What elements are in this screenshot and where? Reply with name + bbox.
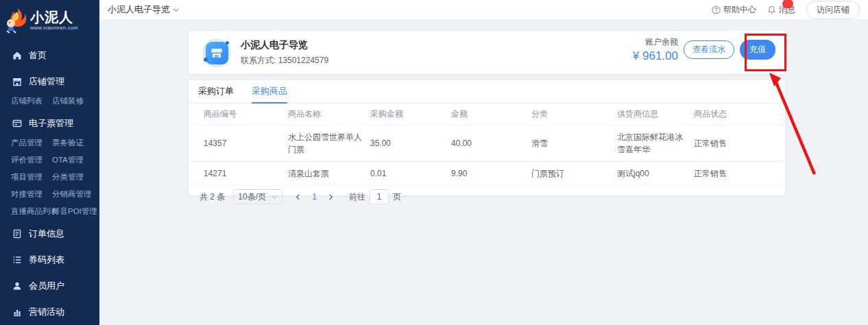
- mascot-icon: [4, 7, 27, 34]
- sidebar-item-label: 券码列表: [29, 254, 64, 266]
- sidebar-subitem-project-management[interactable]: 项目管理: [11, 172, 51, 182]
- prev-page-button[interactable]: [291, 194, 305, 200]
- sidebar-subitem-product-management[interactable]: 产品管理: [11, 138, 51, 148]
- page-suffix: 页: [393, 191, 401, 203]
- sidebar-subitem-live-product-list[interactable]: 直播商品列表: [11, 206, 51, 217]
- purchase-card: 采购订单采购商品 商品编号商品名称采购金额金额分类供货商信息商品状态 14357…: [189, 80, 785, 195]
- table-header-cell: 分类: [531, 108, 617, 120]
- tab-purchase-goods[interactable]: 采购商品: [252, 80, 287, 104]
- table-header-cell: 商品名称: [288, 108, 370, 120]
- chevron-left-icon: [295, 194, 301, 200]
- chevron-down-icon: [272, 194, 278, 200]
- page-size-select[interactable]: 10条/页: [233, 189, 282, 204]
- purchase-tabs: 采购订单采购商品: [189, 80, 785, 104]
- sidebar-submenu-eticket-management: 产品管理票务验证评价管理OTA管理项目管理分类管理对接管理分销商管理直播商品列表…: [0, 134, 99, 218]
- sidebar-subitem-store-decoration[interactable]: 店铺装修: [52, 96, 98, 106]
- table-cell: 清泉山套票: [288, 162, 370, 185]
- table-row: 14271清泉山套票0.019.90门票预订测试jq00正常销售: [189, 162, 785, 186]
- sidebar-item-label: 首页: [29, 49, 47, 62]
- notification-badge: [782, 0, 793, 8]
- users-icon: [12, 281, 22, 291]
- table-cell: 北京国际鲜花港冰雪嘉年华: [617, 125, 694, 161]
- order-icon: [12, 229, 22, 239]
- table-cell: 9.90: [451, 162, 531, 185]
- table-cell: 35.00: [370, 132, 451, 155]
- logo-title: 小泥人: [30, 10, 78, 25]
- table-cell: 40.00: [451, 132, 531, 155]
- pagination: 共 2 条 10条/页 1 前往 页: [189, 186, 785, 208]
- sidebar-menu: 首页店铺管理店铺列表店铺装修电子票管理产品管理票务验证评价管理OTA管理项目管理…: [0, 45, 99, 325]
- sidebar-submenu-shop-management: 店铺列表店铺装修: [0, 92, 99, 108]
- sidebar-subitem-category-management[interactable]: 分类管理: [52, 172, 98, 182]
- next-page-button[interactable]: [324, 194, 338, 200]
- sidebar-subitem-review-management[interactable]: 评价管理: [11, 155, 51, 165]
- table-cell: 正常销售: [694, 162, 770, 185]
- help-center-link[interactable]: 帮助中心: [712, 4, 756, 16]
- page-number[interactable]: 1: [309, 192, 320, 202]
- table-cell: 测试jq00: [617, 162, 694, 185]
- table-cell: 0.01: [370, 162, 451, 185]
- pagination-total: 共 2 条: [200, 191, 225, 203]
- ticket-icon: [12, 119, 22, 128]
- sidebar-item-home[interactable]: 首页: [0, 45, 99, 66]
- table-row: 14357水上公园雪世界单人门票35.0040.00滑雪北京国际鲜花港冰雪嘉年华…: [189, 125, 785, 162]
- table-header-cell: 金额: [451, 108, 531, 120]
- table-header-cell: 商品状态: [694, 108, 770, 120]
- sidebar-subitem-distributor-management[interactable]: 分销商管理: [52, 189, 98, 200]
- visit-shop-button[interactable]: 访问店铺: [806, 1, 860, 19]
- table-cell: 水上公园雪世界单人门票: [288, 125, 370, 161]
- chart-icon: [12, 307, 22, 317]
- sidebar-item-label: 电子票管理: [29, 117, 73, 130]
- sidebar-item-marketing-activities[interactable]: 营销活动: [0, 302, 99, 322]
- sidebar-item-coupon-code-list[interactable]: 券码列表: [0, 250, 99, 270]
- logo-url: www.xiaoniren.com: [30, 25, 78, 31]
- sidebar-item-eticket-management[interactable]: 电子票管理: [0, 113, 99, 134]
- table-header-row: 商品编号商品名称采购金额金额分类供货商信息商品状态: [189, 104, 785, 125]
- shop-name: 小泥人电子导览: [241, 39, 308, 51]
- table-cell: 门票预订: [531, 162, 617, 185]
- balance-value: ¥ 961.00: [633, 49, 678, 63]
- table-body: 14357水上公园雪世界单人门票35.0040.00滑雪北京国际鲜花港冰雪嘉年华…: [189, 125, 785, 186]
- table-header-cell: 商品编号: [204, 108, 288, 120]
- sidebar: 小泥人 www.xiaoniren.com 首页店铺管理店铺列表店铺装修电子票管…: [0, 0, 99, 325]
- recharge-button[interactable]: 充值: [740, 40, 775, 60]
- shop-icon: [12, 77, 22, 86]
- table-header-cell: 供货商信息: [617, 108, 694, 120]
- goto-page-input[interactable]: [370, 189, 389, 204]
- chevron-down-icon: [173, 7, 179, 13]
- goto-label: 前往: [349, 191, 365, 203]
- sidebar-subitem-ticket-verification[interactable]: 票务验证: [52, 138, 98, 148]
- table-header-cell: 采购金额: [370, 108, 451, 120]
- shop-avatar: [202, 38, 231, 67]
- sidebar-item-label: 店铺管理: [29, 75, 64, 88]
- tab-purchase-orders[interactable]: 采购订单: [198, 80, 234, 104]
- table-cell: 14271: [204, 162, 288, 185]
- view-flow-button[interactable]: 查看流水: [684, 40, 734, 59]
- question-circle-icon: [712, 5, 721, 14]
- home-icon: [12, 51, 22, 60]
- logo[interactable]: 小泥人 www.xiaoniren.com: [0, 0, 99, 38]
- shop-contact: 联系方式: 13501224579: [241, 55, 328, 67]
- sidebar-subitem-ota-management[interactable]: OTA管理: [52, 155, 98, 165]
- messages-link[interactable]: 消息: [767, 4, 795, 16]
- sidebar-subitem-integration-management[interactable]: 对接管理: [11, 189, 51, 200]
- sidebar-item-label: 订单信息: [29, 228, 64, 240]
- table-cell: 滑雪: [531, 132, 617, 155]
- table-cell: 14357: [204, 132, 288, 155]
- help-center-label: 帮助中心: [723, 4, 756, 16]
- sidebar-item-member-users[interactable]: 会员用户: [0, 276, 99, 296]
- topbar: 小泥人电子导览 帮助中心 消息 访问店铺: [99, 0, 868, 19]
- sidebar-item-label: 营销活动: [29, 306, 64, 318]
- bell-icon: [767, 5, 776, 14]
- workspace-title: 小泥人电子导览: [108, 3, 170, 16]
- sidebar-subitem-store-list[interactable]: 店铺列表: [11, 96, 51, 106]
- table-cell: 正常销售: [694, 132, 770, 155]
- workspace-switcher[interactable]: 小泥人电子导览: [108, 3, 179, 16]
- sidebar-item-order-info[interactable]: 订单信息: [0, 224, 99, 244]
- storefront-icon: [206, 42, 228, 64]
- sidebar-subitem-douyin-poi-management[interactable]: 抖音POI管理: [52, 206, 98, 217]
- shop-summary-card: 小泥人电子导览 联系方式: 13501224579 账户余额 ¥ 961.00 …: [189, 31, 785, 74]
- list-icon: [12, 255, 22, 265]
- sidebar-item-label: 会员用户: [29, 280, 64, 292]
- sidebar-item-shop-management[interactable]: 店铺管理: [0, 71, 99, 92]
